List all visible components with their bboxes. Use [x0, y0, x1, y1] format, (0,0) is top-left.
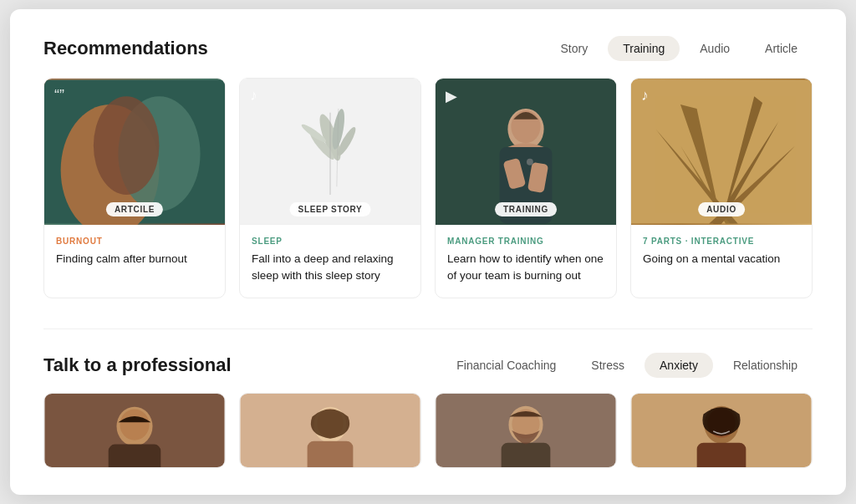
card-badge-1: ARTCILE [106, 202, 163, 216]
prof-card-1[interactable] [43, 393, 226, 468]
rec-card-2[interactable]: ♪ SLEEP STORY SLEEP Fall into a deep and… [239, 78, 421, 298]
svg-point-30 [120, 409, 149, 440]
card-badge-3: TRAINING [495, 202, 557, 216]
card-icon-1: “” [54, 87, 64, 104]
professionals-filters: Financial CoachingStressAnxietyRelations… [441, 353, 813, 378]
rec-card-4[interactable]: ♪ AUDIO 7 PARTS · INTERACTIVE Going on a… [630, 78, 813, 298]
professionals-title: Talk to a professional [43, 354, 232, 376]
rec-card-1[interactable]: “” ARTCILE BURNOUT Finding calm after bu… [43, 78, 226, 298]
card-image-3: ▶ TRAINING [436, 79, 616, 225]
prof-filter-financial-coaching[interactable]: Financial Coaching [441, 353, 571, 378]
card-icon-3: ▶ [446, 87, 457, 105]
card-body-3: MANAGER TRAINING Learn how to identify w… [436, 225, 616, 297]
professionals-cards [43, 393, 813, 468]
prof-filter-relationship[interactable]: Relationship [718, 353, 813, 378]
rec-filter-training[interactable]: Training [608, 36, 680, 61]
card-body-2: SLEEP Fall into a deep and relaxing slee… [240, 225, 420, 297]
recommendations-header: Recommendations StoryTrainingAudioArticl… [43, 36, 813, 61]
svg-rect-37 [502, 442, 551, 466]
prof-filter-stress[interactable]: Stress [576, 353, 639, 378]
card-icon-4: ♪ [641, 87, 649, 104]
card-desc-3: Learn how to identify when one of your t… [447, 251, 604, 283]
card-tag-4: 7 PARTS · INTERACTIVE [643, 237, 800, 246]
card-tag-1: BURNOUT [56, 237, 213, 246]
rec-filter-article[interactable]: Article [750, 36, 813, 61]
prof-filter-anxiety[interactable]: Anxiety [645, 353, 713, 378]
svg-rect-41 [697, 442, 746, 466]
recommendations-filters: StoryTrainingAudioArticle [546, 36, 813, 61]
prof-card-2[interactable] [239, 393, 421, 468]
section-divider [43, 328, 813, 329]
professionals-header: Talk to a professional Financial Coachin… [43, 353, 813, 378]
svg-rect-33 [308, 440, 354, 466]
rec-filter-audio[interactable]: Audio [685, 36, 745, 61]
card-body-4: 7 PARTS · INTERACTIVE Going on a mental … [631, 225, 812, 281]
card-desc-2: Fall into a deep and relaxing sleep with… [252, 251, 409, 283]
card-image-2: ♪ SLEEP STORY [240, 79, 420, 225]
card-body-1: BURNOUT Finding calm after burnout [44, 225, 225, 281]
card-image-4: ♪ AUDIO [631, 79, 812, 225]
rec-card-3[interactable]: ▶ TRAINING MANAGER TRAINING Learn how to… [435, 78, 617, 298]
prof-card-3[interactable] [435, 393, 617, 468]
svg-point-3 [94, 97, 160, 196]
card-tag-3: MANAGER TRAINING [447, 237, 604, 246]
card-desc-1: Finding calm after burnout [56, 251, 213, 267]
card-icon-2: ♪ [250, 87, 257, 104]
recommendations-cards: “” ARTCILE BURNOUT Finding calm after bu… [43, 78, 813, 298]
card-badge-4: AUDIO [698, 202, 745, 216]
card-badge-2: SLEEP STORY [290, 202, 371, 216]
prof-card-4[interactable] [630, 393, 813, 468]
main-window: Recommendations StoryTrainingAudioArticl… [10, 9, 846, 494]
rec-filter-story[interactable]: Story [546, 36, 604, 61]
svg-point-18 [527, 159, 533, 165]
card-tag-2: SLEEP [252, 237, 409, 246]
recommendations-title: Recommendations [43, 38, 208, 59]
svg-rect-29 [109, 444, 161, 466]
card-desc-4: Going on a mental vacation [643, 251, 800, 267]
card-image-1: “” ARTCILE [44, 79, 225, 225]
